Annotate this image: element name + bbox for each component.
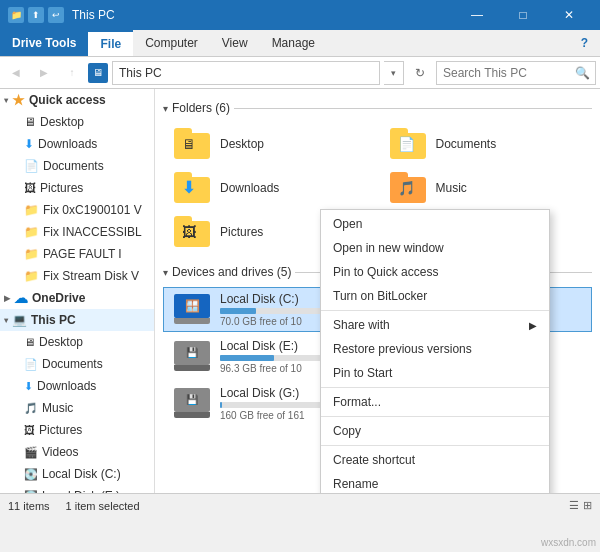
sidebar-item-fix1[interactable]: 📁 Fix 0xC1900101 V: [0, 199, 154, 221]
minimize-button[interactable]: —: [454, 0, 500, 30]
sidebar-section-quick-access[interactable]: ▾ ★ Quick access: [0, 89, 154, 111]
forward-button[interactable]: ▶: [32, 61, 56, 85]
ctx-restore[interactable]: Restore previous versions: [321, 337, 549, 361]
ribbon-tabs: Drive Tools File Computer View Manage ?: [0, 30, 600, 56]
sidebar-pc-videos[interactable]: 🎬 Videos: [0, 441, 154, 463]
window-controls: — □ ✕: [454, 0, 592, 30]
device-g-bar: [220, 402, 222, 408]
back-button[interactable]: ◀: [4, 61, 28, 85]
devices-collapse-icon[interactable]: ▾: [163, 267, 168, 278]
folders-collapse-icon[interactable]: ▾: [163, 103, 168, 114]
sidebar-pc-pictures[interactable]: 🖼 Pictures: [0, 419, 154, 441]
pictures-folder-badge: 🖼: [182, 224, 196, 240]
ctx-share[interactable]: Share with ▶: [321, 313, 549, 337]
downloads-folder-badge: ⬇: [182, 178, 195, 197]
ctx-open-label: Open: [333, 217, 362, 231]
documents-folder-badge: 📄: [398, 136, 415, 152]
device-e-bar: [220, 355, 274, 361]
maximize-button[interactable]: □: [500, 0, 546, 30]
sidebar-item-fix2[interactable]: 📁 Fix INACCESSIBL: [0, 221, 154, 243]
folders-section-header: ▾ Folders (6): [163, 101, 592, 115]
music-icon: 🎵: [24, 402, 38, 415]
sidebar-downloads-label: Downloads: [38, 137, 97, 151]
folder-downloads[interactable]: ⬇ Downloads: [163, 167, 377, 209]
thispc-icon: 💻: [12, 313, 27, 327]
ctx-open-new[interactable]: Open in new window: [321, 236, 549, 260]
sidebar-fix4-label: Fix Stream Disk V: [43, 269, 139, 283]
sidebar-item-fix4[interactable]: 📁 Fix Stream Disk V: [0, 265, 154, 287]
folder-documents[interactable]: 📄 Documents: [379, 123, 593, 165]
sidebar-pc-diskc[interactable]: 💽 Local Disk (C:): [0, 463, 154, 485]
ctx-rename[interactable]: Rename: [321, 472, 549, 493]
ctx-sep4: [321, 445, 549, 446]
downloads-folder-icon: ⬇: [172, 172, 212, 204]
help-button[interactable]: ?: [569, 30, 600, 56]
documents2-icon: 📄: [24, 358, 38, 371]
ctx-create-shortcut-label: Create shortcut: [333, 453, 415, 467]
ctx-share-label: Share with: [333, 318, 390, 332]
desktop-folder-icon: 🖥: [172, 128, 212, 160]
list-view-icon[interactable]: ☰: [569, 499, 579, 512]
title-bar-icons: 📁 ⬆ ↩: [8, 7, 64, 23]
grid-view-icon[interactable]: ⊞: [583, 499, 592, 512]
sidebar-item-pictures[interactable]: 🖼 Pictures: [0, 177, 154, 199]
folder-icon-2: 📁: [24, 225, 39, 239]
sidebar-item-fix3[interactable]: 📁 PAGE FAULT I: [0, 243, 154, 265]
device-c-bar: [220, 308, 256, 314]
search-container: 🔍: [436, 61, 596, 85]
onedrive-label: OneDrive: [32, 291, 85, 305]
ctx-create-shortcut[interactable]: Create shortcut: [321, 448, 549, 472]
sidebar-section-this-pc[interactable]: ▾ 💻 This PC: [0, 309, 154, 331]
tab-view[interactable]: View: [210, 30, 260, 56]
quick-access-icon[interactable]: ⬆: [28, 7, 44, 23]
refresh-button[interactable]: ↻: [408, 61, 432, 85]
ctx-copy[interactable]: Copy: [321, 419, 549, 443]
sidebar-pc-documents[interactable]: 📄 Documents: [0, 353, 154, 375]
folder-desktop[interactable]: 🖥 Desktop: [163, 123, 377, 165]
sidebar-item-downloads[interactable]: ⬇ Downloads: [0, 133, 154, 155]
ctx-format-label: Format...: [333, 395, 381, 409]
folder-music[interactable]: 🎵 Music: [379, 167, 593, 209]
window-title: This PC: [72, 8, 454, 22]
sidebar-pc-diskc-label: Local Disk (C:): [42, 467, 121, 481]
videos-icon: 🎬: [24, 446, 38, 459]
pictures2-icon: 🖼: [24, 424, 35, 436]
sidebar-documents-label: Documents: [43, 159, 104, 173]
documents-folder-icon: 📄: [388, 128, 428, 160]
address-dropdown[interactable]: ▾: [384, 61, 404, 85]
address-field[interactable]: This PC: [112, 61, 380, 85]
sidebar-item-desktop[interactable]: 🖥 Desktop: [0, 111, 154, 133]
search-icon: 🔍: [575, 66, 590, 80]
ctx-bitlocker-label: Turn on BitLocker: [333, 289, 427, 303]
pc-icon: 🖥: [88, 63, 108, 83]
undo-icon[interactable]: ↩: [48, 7, 64, 23]
sidebar-pc-diske[interactable]: 💽 Local Disk (E:): [0, 485, 154, 493]
tab-drive-tools[interactable]: Drive Tools: [0, 30, 88, 56]
title-bar: 📁 ⬆ ↩ This PC — □ ✕: [0, 0, 600, 30]
ctx-open[interactable]: Open: [321, 212, 549, 236]
folder-pictures-label: Pictures: [220, 225, 263, 239]
sidebar-item-documents[interactable]: 📄 Documents: [0, 155, 154, 177]
ctx-pin-quick[interactable]: Pin to Quick access: [321, 260, 549, 284]
folder-icon-3: 📁: [24, 247, 39, 261]
sidebar-pc-downloads[interactable]: ⬇ Downloads: [0, 375, 154, 397]
ctx-format[interactable]: Format...: [321, 390, 549, 414]
tab-manage[interactable]: Manage: [260, 30, 327, 56]
ctx-bitlocker[interactable]: Turn on BitLocker: [321, 284, 549, 308]
device-g-icon: 💾: [172, 388, 212, 420]
sidebar-pc-desktop[interactable]: 🖥 Desktop: [0, 331, 154, 353]
ctx-pin-start[interactable]: Pin to Start: [321, 361, 549, 385]
sidebar-pc-videos-label: Videos: [42, 445, 78, 459]
sidebar-fix1-label: Fix 0xC1900101 V: [43, 203, 142, 217]
sidebar-pc-music[interactable]: 🎵 Music: [0, 397, 154, 419]
ctx-sep2: [321, 387, 549, 388]
tab-file[interactable]: File: [88, 30, 133, 56]
up-button[interactable]: ↑: [60, 61, 84, 85]
search-input[interactable]: [436, 61, 596, 85]
star-icon: ★: [12, 92, 25, 108]
tab-computer[interactable]: Computer: [133, 30, 210, 56]
music-folder-badge: 🎵: [398, 180, 415, 196]
sidebar-section-onedrive[interactable]: ▶ ☁ OneDrive: [0, 287, 154, 309]
sidebar-pictures-label: Pictures: [40, 181, 83, 195]
close-button[interactable]: ✕: [546, 0, 592, 30]
